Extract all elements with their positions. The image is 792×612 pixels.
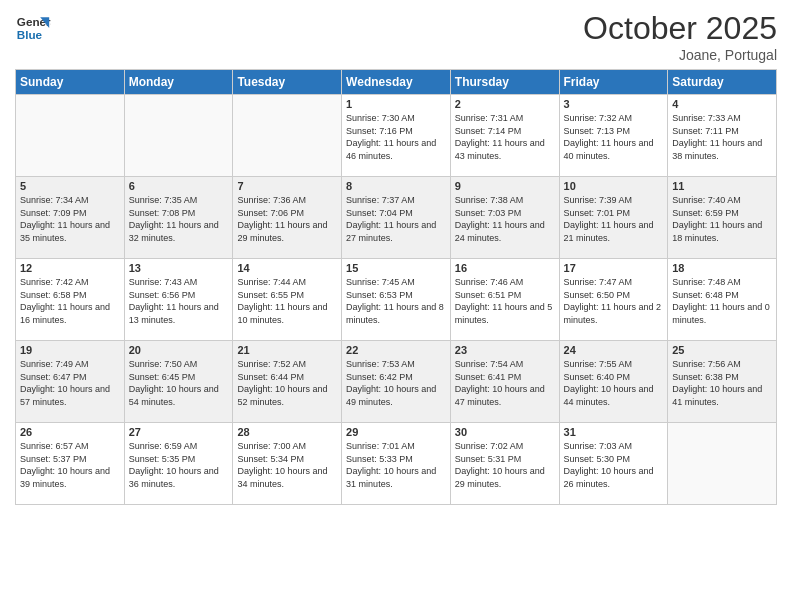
calendar-cell: 20Sunrise: 7:50 AM Sunset: 6:45 PM Dayli… [124, 341, 233, 423]
day-number: 11 [672, 180, 772, 192]
day-number: 13 [129, 262, 229, 274]
day-detail: Sunrise: 7:01 AM Sunset: 5:33 PM Dayligh… [346, 440, 446, 490]
calendar-cell: 14Sunrise: 7:44 AM Sunset: 6:55 PM Dayli… [233, 259, 342, 341]
calendar-cell: 30Sunrise: 7:02 AM Sunset: 5:31 PM Dayli… [450, 423, 559, 505]
day-number: 26 [20, 426, 120, 438]
calendar-cell: 21Sunrise: 7:52 AM Sunset: 6:44 PM Dayli… [233, 341, 342, 423]
day-detail: Sunrise: 7:31 AM Sunset: 7:14 PM Dayligh… [455, 112, 555, 162]
title-block: October 2025 Joane, Portugal [583, 10, 777, 63]
day-detail: Sunrise: 7:03 AM Sunset: 5:30 PM Dayligh… [564, 440, 664, 490]
day-number: 12 [20, 262, 120, 274]
col-monday: Monday [124, 70, 233, 95]
calendar-week-row: 26Sunrise: 6:57 AM Sunset: 5:37 PM Dayli… [16, 423, 777, 505]
calendar: Sunday Monday Tuesday Wednesday Thursday… [15, 69, 777, 505]
day-detail: Sunrise: 7:43 AM Sunset: 6:56 PM Dayligh… [129, 276, 229, 326]
col-saturday: Saturday [668, 70, 777, 95]
calendar-cell: 10Sunrise: 7:39 AM Sunset: 7:01 PM Dayli… [559, 177, 668, 259]
day-detail: Sunrise: 6:59 AM Sunset: 5:35 PM Dayligh… [129, 440, 229, 490]
day-number: 24 [564, 344, 664, 356]
day-detail: Sunrise: 7:52 AM Sunset: 6:44 PM Dayligh… [237, 358, 337, 408]
day-number: 1 [346, 98, 446, 110]
calendar-week-row: 1Sunrise: 7:30 AM Sunset: 7:16 PM Daylig… [16, 95, 777, 177]
day-number: 8 [346, 180, 446, 192]
calendar-cell: 24Sunrise: 7:55 AM Sunset: 6:40 PM Dayli… [559, 341, 668, 423]
calendar-cell: 28Sunrise: 7:00 AM Sunset: 5:34 PM Dayli… [233, 423, 342, 505]
calendar-cell: 12Sunrise: 7:42 AM Sunset: 6:58 PM Dayli… [16, 259, 125, 341]
day-number: 21 [237, 344, 337, 356]
day-number: 29 [346, 426, 446, 438]
day-number: 30 [455, 426, 555, 438]
calendar-cell: 3Sunrise: 7:32 AM Sunset: 7:13 PM Daylig… [559, 95, 668, 177]
calendar-cell: 11Sunrise: 7:40 AM Sunset: 6:59 PM Dayli… [668, 177, 777, 259]
day-detail: Sunrise: 7:38 AM Sunset: 7:03 PM Dayligh… [455, 194, 555, 244]
calendar-cell: 5Sunrise: 7:34 AM Sunset: 7:09 PM Daylig… [16, 177, 125, 259]
calendar-cell: 1Sunrise: 7:30 AM Sunset: 7:16 PM Daylig… [342, 95, 451, 177]
day-number: 18 [672, 262, 772, 274]
col-friday: Friday [559, 70, 668, 95]
day-detail: Sunrise: 7:46 AM Sunset: 6:51 PM Dayligh… [455, 276, 555, 326]
day-number: 28 [237, 426, 337, 438]
calendar-cell: 29Sunrise: 7:01 AM Sunset: 5:33 PM Dayli… [342, 423, 451, 505]
day-number: 14 [237, 262, 337, 274]
calendar-week-row: 12Sunrise: 7:42 AM Sunset: 6:58 PM Dayli… [16, 259, 777, 341]
calendar-cell: 9Sunrise: 7:38 AM Sunset: 7:03 PM Daylig… [450, 177, 559, 259]
day-detail: Sunrise: 7:34 AM Sunset: 7:09 PM Dayligh… [20, 194, 120, 244]
calendar-cell [233, 95, 342, 177]
calendar-cell: 22Sunrise: 7:53 AM Sunset: 6:42 PM Dayli… [342, 341, 451, 423]
day-number: 9 [455, 180, 555, 192]
day-detail: Sunrise: 6:57 AM Sunset: 5:37 PM Dayligh… [20, 440, 120, 490]
calendar-cell: 6Sunrise: 7:35 AM Sunset: 7:08 PM Daylig… [124, 177, 233, 259]
day-number: 17 [564, 262, 664, 274]
day-number: 7 [237, 180, 337, 192]
day-detail: Sunrise: 7:36 AM Sunset: 7:06 PM Dayligh… [237, 194, 337, 244]
day-number: 10 [564, 180, 664, 192]
calendar-cell: 15Sunrise: 7:45 AM Sunset: 6:53 PM Dayli… [342, 259, 451, 341]
calendar-cell: 19Sunrise: 7:49 AM Sunset: 6:47 PM Dayli… [16, 341, 125, 423]
day-detail: Sunrise: 7:00 AM Sunset: 5:34 PM Dayligh… [237, 440, 337, 490]
day-number: 31 [564, 426, 664, 438]
day-detail: Sunrise: 7:54 AM Sunset: 6:41 PM Dayligh… [455, 358, 555, 408]
day-number: 4 [672, 98, 772, 110]
calendar-cell: 18Sunrise: 7:48 AM Sunset: 6:48 PM Dayli… [668, 259, 777, 341]
calendar-cell [16, 95, 125, 177]
calendar-cell: 16Sunrise: 7:46 AM Sunset: 6:51 PM Dayli… [450, 259, 559, 341]
col-tuesday: Tuesday [233, 70, 342, 95]
logo: General Blue [15, 10, 51, 46]
calendar-week-row: 19Sunrise: 7:49 AM Sunset: 6:47 PM Dayli… [16, 341, 777, 423]
day-number: 2 [455, 98, 555, 110]
day-detail: Sunrise: 7:49 AM Sunset: 6:47 PM Dayligh… [20, 358, 120, 408]
weekday-header-row: Sunday Monday Tuesday Wednesday Thursday… [16, 70, 777, 95]
day-number: 3 [564, 98, 664, 110]
day-detail: Sunrise: 7:35 AM Sunset: 7:08 PM Dayligh… [129, 194, 229, 244]
calendar-cell [124, 95, 233, 177]
calendar-cell: 17Sunrise: 7:47 AM Sunset: 6:50 PM Dayli… [559, 259, 668, 341]
day-detail: Sunrise: 7:32 AM Sunset: 7:13 PM Dayligh… [564, 112, 664, 162]
calendar-cell: 23Sunrise: 7:54 AM Sunset: 6:41 PM Dayli… [450, 341, 559, 423]
day-detail: Sunrise: 7:39 AM Sunset: 7:01 PM Dayligh… [564, 194, 664, 244]
col-sunday: Sunday [16, 70, 125, 95]
logo-icon: General Blue [15, 10, 51, 46]
month-title: October 2025 [583, 10, 777, 47]
day-number: 19 [20, 344, 120, 356]
day-number: 25 [672, 344, 772, 356]
day-detail: Sunrise: 7:30 AM Sunset: 7:16 PM Dayligh… [346, 112, 446, 162]
day-detail: Sunrise: 7:55 AM Sunset: 6:40 PM Dayligh… [564, 358, 664, 408]
calendar-cell: 13Sunrise: 7:43 AM Sunset: 6:56 PM Dayli… [124, 259, 233, 341]
calendar-cell: 27Sunrise: 6:59 AM Sunset: 5:35 PM Dayli… [124, 423, 233, 505]
day-detail: Sunrise: 7:44 AM Sunset: 6:55 PM Dayligh… [237, 276, 337, 326]
day-detail: Sunrise: 7:47 AM Sunset: 6:50 PM Dayligh… [564, 276, 664, 326]
calendar-cell: 25Sunrise: 7:56 AM Sunset: 6:38 PM Dayli… [668, 341, 777, 423]
day-detail: Sunrise: 7:50 AM Sunset: 6:45 PM Dayligh… [129, 358, 229, 408]
calendar-cell: 26Sunrise: 6:57 AM Sunset: 5:37 PM Dayli… [16, 423, 125, 505]
header: General Blue October 2025 Joane, Portuga… [15, 10, 777, 63]
day-detail: Sunrise: 7:56 AM Sunset: 6:38 PM Dayligh… [672, 358, 772, 408]
calendar-week-row: 5Sunrise: 7:34 AM Sunset: 7:09 PM Daylig… [16, 177, 777, 259]
col-thursday: Thursday [450, 70, 559, 95]
day-number: 22 [346, 344, 446, 356]
location: Joane, Portugal [583, 47, 777, 63]
calendar-cell: 4Sunrise: 7:33 AM Sunset: 7:11 PM Daylig… [668, 95, 777, 177]
svg-text:Blue: Blue [17, 28, 43, 41]
day-detail: Sunrise: 7:02 AM Sunset: 5:31 PM Dayligh… [455, 440, 555, 490]
day-number: 23 [455, 344, 555, 356]
col-wednesday: Wednesday [342, 70, 451, 95]
